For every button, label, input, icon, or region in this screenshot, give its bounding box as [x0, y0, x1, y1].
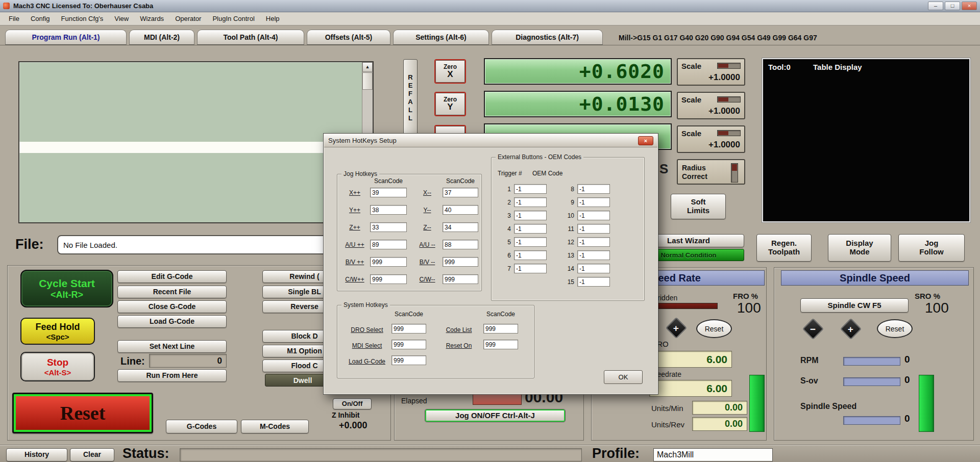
- oem-code-input[interactable]: [514, 211, 547, 220]
- scancode-input[interactable]: [370, 257, 407, 267]
- oem-code-input[interactable]: [577, 184, 610, 194]
- jog-on-off-button[interactable]: Jog ON/OFF Ctrl-Alt-J: [425, 409, 566, 422]
- scancode-input[interactable]: [443, 240, 478, 249]
- history-button[interactable]: History: [6, 448, 67, 461]
- menu-item[interactable]: Help: [260, 13, 285, 24]
- oem-code-input[interactable]: [514, 197, 547, 207]
- soft-limits-button[interactable]: Soft Limits: [671, 194, 726, 219]
- scale-slider-thumb[interactable]: [718, 97, 728, 101]
- jog-hotkey-button[interactable]: Z++: [340, 222, 369, 232]
- oem-code-input[interactable]: [577, 264, 610, 273]
- line-number-field[interactable]: 0: [149, 354, 227, 368]
- screen-tab[interactable]: Settings (Alt-6): [393, 30, 489, 45]
- radius-correct-thumb[interactable]: [732, 164, 737, 171]
- scancode-input[interactable]: [483, 340, 518, 349]
- dialog-titlebar[interactable]: System HotKeys Setup ×: [324, 134, 657, 147]
- scancode-input[interactable]: [370, 274, 407, 284]
- ok-button[interactable]: OK: [604, 370, 643, 384]
- scancode-input[interactable]: [370, 222, 407, 232]
- close-gcode-button[interactable]: Close G-Code: [117, 300, 227, 313]
- scancode-input[interactable]: [443, 274, 478, 284]
- scancode-input[interactable]: [370, 188, 407, 197]
- file-name-field[interactable]: No File Loaded.: [57, 235, 343, 254]
- oem-code-input[interactable]: [577, 197, 610, 207]
- set-next-line-button[interactable]: Set Next Line: [117, 340, 227, 353]
- jog-hotkey-button[interactable]: Y--: [413, 205, 442, 215]
- oem-code-input[interactable]: [514, 250, 547, 260]
- oem-code-input[interactable]: [514, 224, 547, 234]
- jog-hotkey-button[interactable]: Z--: [413, 222, 442, 232]
- code-list-button[interactable]: Code List: [438, 325, 479, 335]
- scancode-input[interactable]: [391, 324, 426, 333]
- scale-slider[interactable]: [717, 63, 741, 69]
- oem-code-input[interactable]: [514, 237, 547, 247]
- scroll-up-icon[interactable]: ▲: [362, 62, 373, 72]
- fro-reset-button[interactable]: Reset: [696, 319, 732, 338]
- scrollbar-thumb[interactable]: [362, 72, 373, 90]
- oem-code-input[interactable]: [577, 211, 610, 220]
- jog-hotkey-button[interactable]: Y++: [340, 205, 369, 215]
- oem-code-input[interactable]: [514, 264, 547, 273]
- radius-correct-slider[interactable]: [731, 163, 738, 183]
- reset-button[interactable]: Reset: [12, 393, 153, 433]
- g-codes-button[interactable]: G-Codes: [166, 420, 237, 433]
- oem-code-input[interactable]: [577, 277, 610, 287]
- toolpath-display[interactable]: Tool:0 Table Display: [762, 58, 971, 223]
- menu-item[interactable]: Operator: [169, 13, 207, 24]
- jog-hotkey-button[interactable]: X++: [340, 188, 369, 197]
- scale-slider[interactable]: [717, 96, 741, 102]
- jog-hotkey-button[interactable]: X--: [413, 188, 442, 197]
- fro-value[interactable]: 6.00: [649, 351, 732, 368]
- scancode-input[interactable]: [483, 324, 518, 333]
- jog-follow-button[interactable]: Jog Follow: [898, 234, 965, 262]
- scancode-input[interactable]: [443, 257, 478, 267]
- spindle-cw-button[interactable]: Spindle CW F5: [800, 298, 909, 313]
- clear-button[interactable]: Clear: [70, 448, 114, 461]
- load-gcode-hotkey-button[interactable]: Load G-Code: [345, 356, 389, 366]
- jog-hotkey-button[interactable]: C/W--: [413, 274, 442, 284]
- screen-tab[interactable]: MDI (Alt-2): [129, 30, 194, 45]
- menu-item[interactable]: Function Cfg's: [56, 13, 109, 24]
- jog-hotkey-button[interactable]: A/U --: [413, 240, 442, 249]
- gcode-viewer[interactable]: ▲ ▼: [18, 61, 374, 223]
- z-inhibit-on-off-button[interactable]: On/Off: [333, 398, 372, 409]
- feed-hold-button[interactable]: Feed Hold <Spc>: [20, 318, 95, 345]
- mdi-select-button[interactable]: MDI Select: [345, 341, 389, 350]
- feedrate-value[interactable]: 6.00: [649, 380, 732, 397]
- scancode-input[interactable]: [370, 205, 407, 215]
- scancode-input[interactable]: [370, 240, 407, 249]
- stop-button[interactable]: Stop <Alt-S>: [20, 352, 95, 381]
- scancode-input[interactable]: [443, 205, 478, 215]
- scancode-input[interactable]: [391, 355, 426, 365]
- display-mode-button[interactable]: Display Mode: [828, 234, 891, 262]
- oem-code-input[interactable]: [577, 224, 610, 234]
- load-gcode-button[interactable]: Load G-Code: [117, 315, 227, 328]
- oem-code-input[interactable]: [577, 237, 610, 247]
- maximize-button[interactable]: □: [945, 2, 960, 10]
- scancode-input[interactable]: [443, 188, 478, 197]
- reset-on-button[interactable]: Reset On: [438, 341, 479, 350]
- jog-hotkey-button[interactable]: A/U ++: [340, 240, 369, 249]
- ref-all-axis-button[interactable]: REFALL: [403, 59, 418, 136]
- scale-slider-thumb[interactable]: [718, 131, 728, 135]
- jog-hotkey-button[interactable]: C/W++: [340, 274, 369, 284]
- scale-slider-thumb[interactable]: [718, 64, 728, 68]
- scancode-input[interactable]: [391, 340, 426, 349]
- screen-tab[interactable]: Offsets (Alt-5): [307, 30, 390, 45]
- scancode-input[interactable]: [443, 222, 478, 232]
- screen-tab[interactable]: Program Run (Alt-1): [5, 30, 127, 45]
- screen-tab[interactable]: Tool Path (Alt-4): [197, 30, 304, 45]
- dialog-close-button[interactable]: ×: [638, 136, 653, 145]
- edit-gcode-button[interactable]: Edit G-Code: [117, 270, 227, 283]
- close-button[interactable]: ×: [962, 2, 977, 10]
- run-from-here-button[interactable]: Run From Here: [117, 369, 227, 382]
- dro-select-button[interactable]: DRO Select: [345, 325, 389, 335]
- dro-x-display[interactable]: +0.6020: [484, 58, 672, 85]
- menu-item[interactable]: File: [3, 13, 25, 24]
- zero-x-button[interactable]: Zero X: [434, 59, 466, 84]
- minimize-button[interactable]: –: [928, 2, 943, 10]
- menu-item[interactable]: PlugIn Control: [207, 13, 260, 24]
- menu-item[interactable]: View: [109, 13, 134, 24]
- menu-item[interactable]: Config: [25, 13, 56, 24]
- screen-tab[interactable]: Diagnostics (Alt-7): [492, 30, 603, 45]
